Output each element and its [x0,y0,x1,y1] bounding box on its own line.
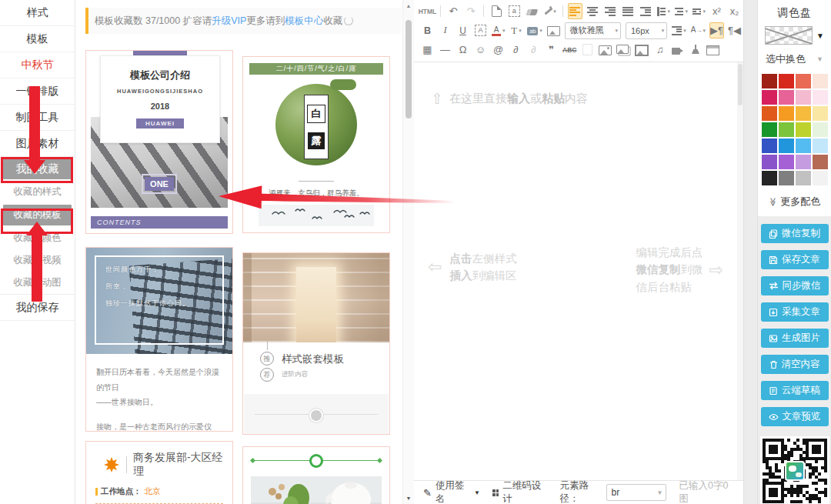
new-document-icon[interactable] [489,3,504,19]
sidebar-item-image-assets[interactable]: 图片素材 [0,131,75,157]
sidebar-item-my-favorites[interactable]: 我的收藏 [3,159,72,179]
template-card-job-posting[interactable]: 商务发展部-大区经理 工作地点： 北京 岗位职责： [85,441,233,504]
template-card-company-intro[interactable]: 模板公司介绍 HUAWEIGONGSIJIESHAO 2018 HUAWEI O… [85,50,233,234]
signature-dropdown[interactable]: ✎ 使用签名 ▼ [423,479,480,504]
palette-swatch[interactable] [813,90,828,105]
sidebar-item-favorite-videos[interactable]: 收藏的视频 [0,249,75,272]
align-center-icon[interactable] [586,3,600,19]
emoji-icon[interactable]: ☺ [473,42,488,58]
palette-swatch[interactable] [796,74,811,88]
table-icon[interactable]: ▦ [420,42,435,58]
save-article-button[interactable]: 保存文章 [761,250,829,269]
multi-image-icon[interactable] [616,42,631,58]
highlight-color-icon[interactable]: ab▾ [526,22,542,38]
palette-swatch[interactable] [779,139,794,153]
italic-button[interactable]: I [438,22,452,38]
sidebar-item-favorite-styles[interactable]: 收藏的样式 [0,181,75,203]
line-height-icon[interactable]: ▾ [656,3,671,19]
align-right-icon[interactable] [603,3,618,19]
sync-wechat-button[interactable]: 同步微信 [761,276,829,295]
palette-swatch[interactable] [762,155,777,169]
indent-icon[interactable] [639,3,653,19]
palette-swatch[interactable] [779,155,794,169]
search-replace-icon[interactable]: @ [491,42,506,58]
music-icon[interactable]: ♫ [652,42,667,58]
palette-swatch[interactable] [779,106,794,121]
sidebar-item-favorite-templates[interactable]: 收藏的模板 [3,205,72,225]
palette-swatch[interactable] [779,90,794,105]
canvas-scrollbar[interactable] [737,62,743,480]
palette-swatch[interactable] [796,155,811,169]
scroll-up-icon[interactable]: ▲ [405,3,412,8]
palette-swatch[interactable] [779,74,794,88]
format-brush-icon[interactable]: ▾ [542,3,557,19]
palette-swatch[interactable] [762,139,777,153]
template-card-nested-style[interactable]: 推 荐 样式嵌套模板 进阶内容 [242,252,390,435]
border-text-icon[interactable]: A [473,22,488,38]
link-icon[interactable]: ∂ [509,42,523,58]
transparent-color-swatch[interactable] [765,26,813,45]
framed-image-icon[interactable] [634,42,649,58]
horizontal-rule-icon[interactable]: — [438,42,452,58]
undo-icon[interactable]: ↶ [446,3,460,19]
special-char-icon[interactable]: Ω [456,42,470,58]
clean-icon[interactable] [688,42,703,58]
palette-swatch[interactable] [813,171,828,185]
palette-swatch[interactable] [813,106,828,121]
article-preview-button[interactable]: 文章预览 [761,407,829,426]
sidebar-item-favorite-gifs[interactable]: 收藏的动图 [0,272,75,294]
more-colors-button[interactable]: ≫ 更多配色 [761,195,828,209]
palette-swatch[interactable] [796,171,811,185]
generate-image-button[interactable]: 生成图片 [761,329,829,348]
textbox-icon[interactable] [706,42,720,58]
palette-swatch[interactable] [779,122,794,137]
palette-swatch[interactable] [813,74,828,88]
superscript-icon[interactable]: x² [709,3,724,19]
canvas-scroll-thumb[interactable] [738,64,743,105]
palette-swatch[interactable] [813,139,828,153]
underline-button[interactable]: U [456,22,470,38]
image-icon[interactable] [598,42,612,58]
spellcheck-icon[interactable]: ABC [562,42,577,58]
panel-scroll-thumb[interactable] [405,20,412,118]
palette-swatch[interactable] [762,74,777,88]
font-color-icon[interactable]: A▾ [491,22,506,38]
sidebar-item-mid-autumn[interactable]: 中秋节 [0,52,75,78]
palette-swatch[interactable] [762,122,777,137]
html-source-button[interactable]: HTML [420,3,435,19]
clear-content-button[interactable]: 清空内容 [761,355,829,374]
palette-swatch[interactable] [762,106,777,121]
subscript-icon[interactable]: x₂ [727,3,742,19]
text-image-icon[interactable] [546,22,561,38]
bold-button[interactable]: B [420,22,435,38]
palette-swatch[interactable] [813,155,828,169]
blockquote-icon[interactable]: ❞ [544,42,559,58]
indent-dropdown-icon[interactable]: ▾ [671,22,686,38]
template-card-bailu[interactable]: 二/十/四/节/气/之/白/露 白 露 鸿雁来，玄鸟归，群鸟养羞。 [242,56,390,233]
sidebar-item-my-saves[interactable]: 我的保存 [0,295,75,321]
text-style-icon[interactable]: T▾ [509,22,523,38]
recolor-selected-dropdown[interactable]: 选中换色 ▼ [761,45,828,68]
template-center-link[interactable]: 模板中心 [285,15,323,28]
sidebar-item-styles[interactable]: 样式 [0,0,75,26]
palette-swatch[interactable] [796,139,811,153]
palette-swatch[interactable] [762,90,777,105]
ltr-paragraph-icon[interactable]: ▶¶ [709,22,724,38]
font-size-select[interactable]: 16px▾ [626,22,667,39]
editor-canvas[interactable]: ⇧ 在这里直接输入或粘贴内容 ⇦ 点击左侧样式 插入到编辑区 编辑完成后点 微信… [414,62,743,480]
sidebar-item-favorite-colors[interactable]: 收藏的颜色 [0,227,75,249]
panel-scrollbar[interactable]: ▲ ▼ [402,0,414,504]
collect-article-button[interactable]: 采集文章 [761,302,829,322]
palette-swatch[interactable] [813,122,828,137]
template-card-tea[interactable] [242,446,390,504]
palette-swatch[interactable] [796,106,811,121]
eraser-icon[interactable] [525,3,539,19]
palette-swatch[interactable] [796,122,811,137]
palette-swatch[interactable] [796,90,811,105]
sidebar-item-templates[interactable]: 模板 [0,26,75,52]
paragraph-spacing-icon[interactable]: ▾ [674,3,689,19]
palette-swatch[interactable] [762,171,777,185]
clear-format-icon[interactable]: a [507,3,522,19]
upgrade-vip-link[interactable]: 升级VIP [212,15,246,28]
align-justify-icon[interactable] [621,3,636,19]
